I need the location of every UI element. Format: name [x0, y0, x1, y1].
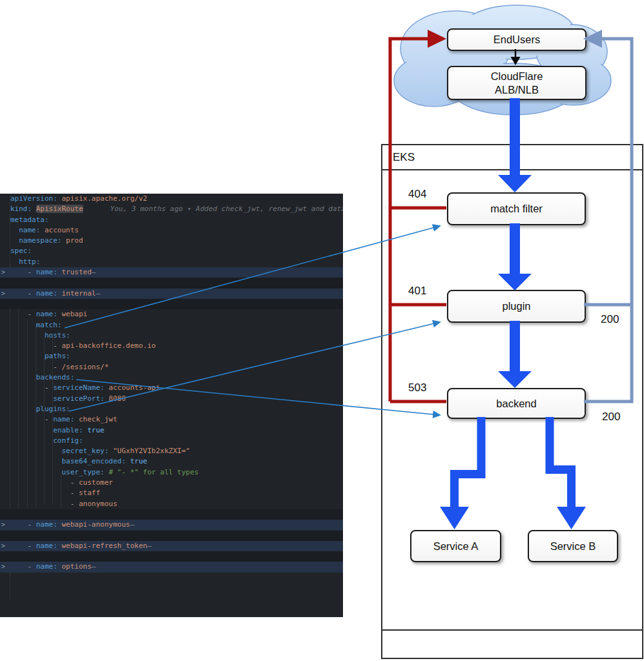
node-match-filter: match filter — [447, 192, 586, 225]
code-token: name: — [36, 542, 57, 550]
node-endusers-label: EndUsers — [493, 34, 540, 46]
code-line — [0, 531, 343, 541]
code-token: "UGxhY2VIb2xkZXI=" — [109, 447, 190, 455]
code-line: - anonymous — [0, 499, 343, 509]
eks-label: EKS — [393, 151, 415, 164]
code-line: kind: ApisixRouteYou, 3 months ago • Add… — [0, 204, 343, 214]
code-line — [0, 299, 343, 309]
code-token: - — [10, 363, 61, 371]
code-token: internal — [57, 289, 96, 298]
yaml-editor[interactable]: apiVersion: apisix.apache.org/v2kind: Ap… — [0, 194, 343, 617]
code-token: user_type: — [10, 468, 105, 476]
code-token: check_jwt — [74, 415, 117, 423]
code-token: ApisixRoute — [36, 205, 83, 213]
node-cloudflare-label-2: ALB/NLB — [495, 83, 539, 97]
code-token: true — [126, 457, 147, 465]
code-token: match: — [10, 321, 61, 329]
code-line: > - name: trusted— — [0, 267, 343, 278]
fold-chevron-icon[interactable]: > — [1, 562, 5, 572]
code-token: - — [10, 500, 79, 508]
code-line: - /sessions/* — [0, 362, 343, 372]
code-line: > - name: webapi-anonymous— — [0, 520, 343, 530]
status-401: 401 — [408, 285, 426, 298]
code-token: name: — [36, 289, 57, 298]
status-200-backend: 200 — [602, 411, 620, 423]
code-token: config: — [10, 436, 83, 445]
code-line: user_type: # "- *" for all types — [0, 467, 343, 478]
code-token: - — [10, 542, 36, 550]
code-token: staff — [79, 489, 100, 497]
code-token: - — [10, 341, 61, 350]
code-line: servicePort: 8080 — [0, 394, 343, 404]
code-token: name: — [36, 562, 57, 571]
code-token: - — [10, 415, 53, 423]
code-line — [0, 551, 343, 562]
code-line: - customer — [0, 478, 343, 488]
code-line — [0, 278, 343, 288]
code-token: apisix.apache.org/v2 — [57, 194, 147, 203]
code-token: hosts: — [10, 331, 70, 340]
code-line: - name: check_jwt — [0, 414, 343, 425]
code-token: - — [10, 310, 36, 318]
node-cloudflare-label-1: CloudFlare — [491, 70, 543, 83]
code-line: - api-backoffice.demo.io — [0, 341, 343, 351]
code-token: 8080 — [105, 394, 126, 403]
code-token: name: — [53, 415, 74, 423]
code-token: accounts — [40, 226, 79, 234]
screenshot-root: EKS EndUsers CloudFlare ALB/NLB match fi… — [0, 0, 644, 661]
code-token: — — [92, 268, 96, 276]
status-503: 503 — [408, 381, 426, 394]
code-token: - — [10, 268, 36, 276]
code-token: paths: — [10, 352, 70, 360]
code-token: spec: — [10, 247, 32, 255]
code-token — [32, 205, 36, 213]
fold-chevron-icon[interactable]: > — [1, 541, 5, 551]
code-token: webapi — [57, 310, 87, 318]
node-plugin-label: plugin — [502, 300, 530, 312]
fold-chevron-icon[interactable]: > — [1, 520, 5, 530]
code-line: metadata: — [0, 215, 343, 225]
eks-footer-divider — [382, 629, 642, 631]
code-token: webapi-refresh_token — [57, 542, 147, 550]
code-token: name: — [36, 268, 57, 276]
fold-chevron-icon[interactable]: > — [1, 289, 5, 299]
code-token: # "- *" for all types — [105, 468, 199, 476]
code-token: anonymous — [79, 500, 118, 508]
code-line: > - name: internal— — [0, 289, 343, 299]
code-token: - — [10, 562, 36, 571]
code-token: trusted — [57, 268, 92, 276]
status-200-plugin: 200 — [601, 313, 619, 326]
code-token: base64_encoded: — [10, 457, 126, 465]
code-token: servicePort: — [10, 394, 105, 403]
code-line: secret_key: "UGxhY2VIb2xkZXI=" — [0, 446, 343, 456]
code-token: kind: — [10, 205, 32, 213]
node-service-b-label: Service B — [550, 540, 596, 553]
code-token: - — [10, 478, 79, 487]
code-token: enable: — [10, 426, 83, 434]
code-line: backends: — [0, 372, 343, 383]
code-token: true — [83, 426, 105, 434]
code-token: — — [130, 520, 134, 529]
code-token: accounts-api — [105, 383, 160, 392]
code-token: — — [92, 562, 96, 571]
code-line: > - name: options— — [0, 562, 343, 572]
code-token: plugins: — [10, 405, 70, 413]
code-token: name: — [10, 226, 40, 234]
code-line: enable: true — [0, 425, 343, 436]
code-token: - — [10, 520, 36, 529]
node-match-filter-label: match filter — [490, 203, 543, 215]
code-token: apiVersion: — [10, 194, 57, 203]
code-line: paths: — [0, 351, 343, 361]
code-line: config: — [0, 436, 343, 446]
code-line — [0, 509, 343, 520]
code-line: apiVersion: apisix.apache.org/v2 — [0, 194, 343, 204]
code-token: options — [57, 562, 92, 571]
node-backend: backend — [447, 388, 586, 419]
node-service-b: Service B — [528, 530, 618, 562]
code-token: /sessions/* — [61, 363, 109, 371]
fold-chevron-icon[interactable]: > — [1, 267, 5, 278]
code-line: hosts: — [0, 330, 343, 341]
code-token: name: — [36, 310, 57, 318]
code-token: secret_key: — [10, 447, 109, 455]
node-cloudflare: CloudFlare ALB/NLB — [447, 66, 587, 100]
